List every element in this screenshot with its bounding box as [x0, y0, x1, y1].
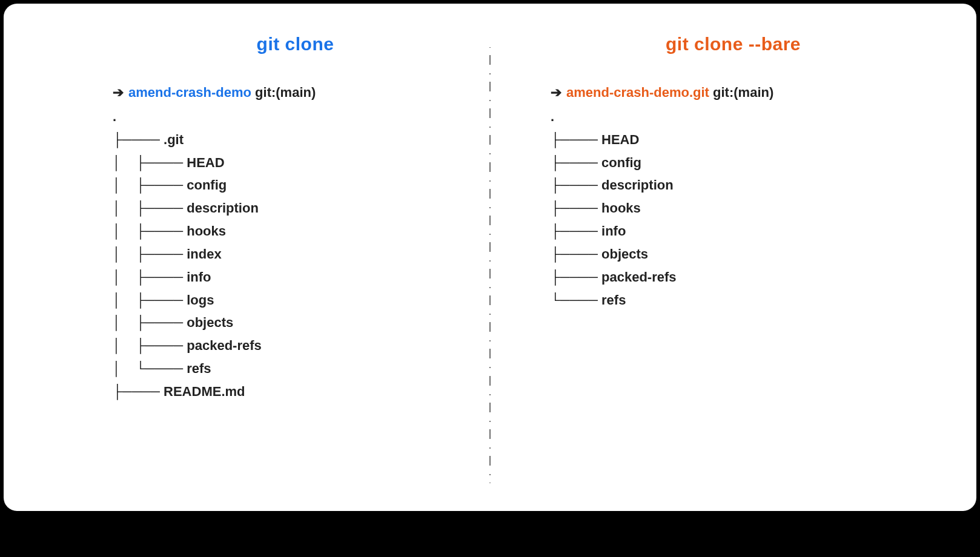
left-branch: git:(main): [255, 85, 316, 100]
left-repo-name: amend-crash-demo: [128, 85, 251, 100]
right-prompt: ➔amend-crash-demo.git git:(main): [551, 85, 916, 101]
right-column: git clone --bare ➔amend-crash-demo.git g…: [502, 28, 940, 487]
comparison-card: git clone ➔amend-crash-demo git:(main) .…: [4, 4, 976, 511]
right-heading: git clone --bare: [551, 34, 916, 54]
left-prompt: ➔amend-crash-demo git:(main): [113, 85, 478, 101]
right-tree: . ├──── HEAD ├──── config ├──── descript…: [551, 105, 916, 311]
left-tree: . ├──── .git │ ├──── HEAD │ ├──── config…: [113, 105, 478, 403]
vertical-divider: [489, 47, 491, 483]
right-repo-name: amend-crash-demo.git: [566, 85, 709, 100]
left-column: git clone ➔amend-crash-demo git:(main) .…: [40, 28, 502, 487]
right-branch: git:(main): [713, 85, 773, 100]
prompt-arrow-icon: ➔: [551, 85, 561, 100]
left-heading: git clone: [113, 34, 478, 54]
prompt-arrow-icon: ➔: [113, 85, 124, 100]
